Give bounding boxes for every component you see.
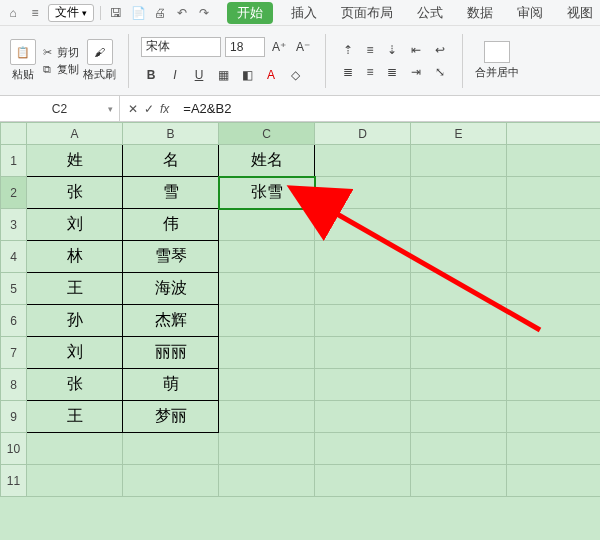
underline-button[interactable]: U [189,65,209,85]
tab-data[interactable]: 数据 [461,2,499,24]
cell-A10[interactable] [27,433,123,465]
cell-D7[interactable] [315,337,411,369]
col-header-A[interactable]: A [27,123,123,145]
col-header-D[interactable]: D [315,123,411,145]
cell-B11[interactable] [123,465,219,497]
bold-button[interactable]: B [141,65,161,85]
orientation-icon[interactable]: ⤡ [430,62,450,82]
cell-C9[interactable] [219,401,315,433]
print-preview-icon[interactable]: 🖨 [151,4,169,22]
cell-A6[interactable]: 孙 [27,305,123,337]
formula-input[interactable] [177,96,600,121]
cell-E4[interactable] [411,241,507,273]
cell-E3[interactable] [411,209,507,241]
cell-B1[interactable]: 名 [123,145,219,177]
cell-E11[interactable] [411,465,507,497]
cell-C5[interactable] [219,273,315,305]
hamburger-icon[interactable]: ≡ [26,4,44,22]
cell-X6[interactable] [507,305,601,337]
cell-B9[interactable]: 梦丽 [123,401,219,433]
align-center-icon[interactable]: ≡ [360,62,380,82]
cell-B6[interactable]: 杰辉 [123,305,219,337]
fill-color-button[interactable]: ◧ [237,65,257,85]
cell-B5[interactable]: 海波 [123,273,219,305]
accept-formula-icon[interactable]: ✓ [144,102,154,116]
cell-D2[interactable] [315,177,411,209]
col-header-extra[interactable] [507,123,601,145]
cell-C10[interactable] [219,433,315,465]
row-header-4[interactable]: 4 [1,241,27,273]
row-header-2[interactable]: 2 [1,177,27,209]
cell-D1[interactable] [315,145,411,177]
cell-A3[interactable]: 刘 [27,209,123,241]
col-header-E[interactable]: E [411,123,507,145]
align-bottom-icon[interactable]: ⇣ [382,40,402,60]
indent-decrease-icon[interactable]: ⇤ [406,40,426,60]
row-header-8[interactable]: 8 [1,369,27,401]
tab-start[interactable]: 开始 [227,2,273,24]
cell-A1[interactable]: 姓 [27,145,123,177]
cell-A4[interactable]: 林 [27,241,123,273]
cell-B3[interactable]: 伟 [123,209,219,241]
cell-A7[interactable]: 刘 [27,337,123,369]
tab-insert[interactable]: 插入 [285,2,323,24]
cell-A5[interactable]: 王 [27,273,123,305]
merge-center-button[interactable]: 合并居中 [475,41,519,80]
redo-icon[interactable]: ↷ [195,4,213,22]
cell-X1[interactable] [507,145,601,177]
indent-increase-icon[interactable]: ⇥ [406,62,426,82]
cancel-formula-icon[interactable]: ✕ [128,102,138,116]
cell-X9[interactable] [507,401,601,433]
cell-E9[interactable] [411,401,507,433]
paste-button[interactable]: 📋 粘贴 [10,39,36,82]
file-menu-button[interactable]: 文件 ▾ [48,4,94,22]
cell-C2[interactable]: 张雪 [219,177,315,209]
cell-X4[interactable] [507,241,601,273]
cell-X2[interactable] [507,177,601,209]
cell-B10[interactable] [123,433,219,465]
align-middle-icon[interactable]: ≡ [360,40,380,60]
row-header-11[interactable]: 11 [1,465,27,497]
row-header-7[interactable]: 7 [1,337,27,369]
cell-C3[interactable] [219,209,315,241]
fx-icon[interactable]: fx [160,102,169,116]
font-name-combo[interactable]: 宋体 [141,37,221,57]
row-header-1[interactable]: 1 [1,145,27,177]
cell-E1[interactable] [411,145,507,177]
tab-formula[interactable]: 公式 [411,2,449,24]
decrease-font-icon[interactable]: A⁻ [293,37,313,57]
cell-X8[interactable] [507,369,601,401]
cell-E5[interactable] [411,273,507,305]
cell-X11[interactable] [507,465,601,497]
row-header-5[interactable]: 5 [1,273,27,305]
font-color-button[interactable]: A [261,65,281,85]
tab-review[interactable]: 审阅 [511,2,549,24]
cell-C11[interactable] [219,465,315,497]
save-icon[interactable]: 🖫 [107,4,125,22]
cell-E6[interactable] [411,305,507,337]
cell-B4[interactable]: 雪琴 [123,241,219,273]
print-icon[interactable]: 📄 [129,4,147,22]
undo-icon[interactable]: ↶ [173,4,191,22]
cell-E2[interactable] [411,177,507,209]
home-icon[interactable]: ⌂ [4,4,22,22]
borders-button[interactable]: ▦ [213,65,233,85]
cell-B7[interactable]: 丽丽 [123,337,219,369]
cell-A11[interactable] [27,465,123,497]
cell-X10[interactable] [507,433,601,465]
tab-view[interactable]: 视图 [561,2,599,24]
select-all-corner[interactable] [1,123,27,145]
cell-B2[interactable]: 雪 [123,177,219,209]
cell-E7[interactable] [411,337,507,369]
worksheet-area[interactable]: A B C D E 1姓名姓名2张雪张雪3刘伟4林雪琴5王海波6孙杰辉7刘丽丽8… [0,122,600,540]
cell-C6[interactable] [219,305,315,337]
cell-C4[interactable] [219,241,315,273]
row-header-3[interactable]: 3 [1,209,27,241]
cell-C1[interactable]: 姓名 [219,145,315,177]
cell-A9[interactable]: 王 [27,401,123,433]
cell-E8[interactable] [411,369,507,401]
tab-page-layout[interactable]: 页面布局 [335,2,399,24]
align-right-icon[interactable]: ≣ [382,62,402,82]
copy-button[interactable]: ⧉复制 [40,62,79,77]
cell-C7[interactable] [219,337,315,369]
